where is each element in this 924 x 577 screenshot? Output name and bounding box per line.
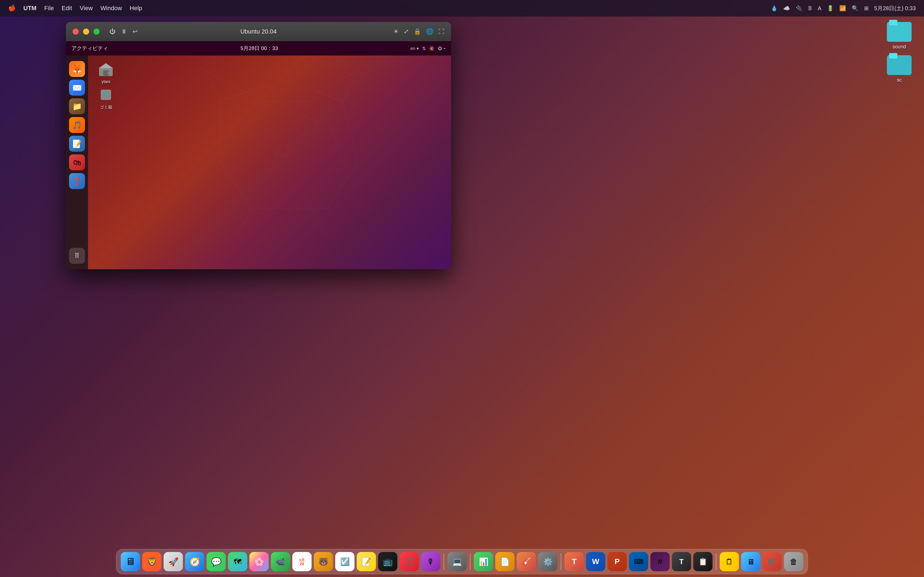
zoom-icon[interactable]: ⤢ bbox=[404, 28, 409, 35]
sidebar-item-help[interactable]: ❓ bbox=[69, 173, 85, 189]
dock-pages[interactable]: 📄 bbox=[495, 552, 515, 571]
ubuntu-icon-home[interactable]: ytani bbox=[94, 61, 118, 84]
dock-appletv[interactable]: 📺 bbox=[378, 552, 397, 571]
sidebar-item-writer[interactable]: 📝 bbox=[69, 136, 85, 152]
dock-quicknote[interactable]: 🗒 bbox=[720, 552, 739, 571]
power-icon[interactable]: ⏻ bbox=[110, 28, 115, 35]
desktop-icon-sc[interactable]: sc bbox=[883, 55, 916, 83]
menu-bar-right: 💧 ☁️ 🔌 𝔹 A 🔋 📶 🔍 ⊞ 5月28日(土) 0:33 bbox=[771, 5, 916, 12]
sidebar-item-appstore[interactable]: 🛍 bbox=[69, 155, 85, 170]
dock-system-settings[interactable]: ⚙️ bbox=[538, 552, 557, 571]
dock-typora[interactable]: T bbox=[565, 552, 584, 571]
dock-maps[interactable]: 🗺 bbox=[228, 552, 247, 571]
ubuntu-desktop-icons: ytani ♻ ゴミ箱 bbox=[88, 55, 124, 269]
dock-facetime[interactable]: 📹 bbox=[271, 552, 290, 571]
desktop-icons: sound sc bbox=[883, 22, 916, 83]
trash-icon: ♻ bbox=[98, 87, 114, 103]
dock-bear[interactable]: 🐻 bbox=[314, 552, 333, 571]
lock-icon[interactable]: 🔒 bbox=[414, 28, 421, 35]
dock-notes[interactable]: 📝 bbox=[357, 552, 376, 571]
dock-utm[interactable]: 💻 bbox=[447, 552, 467, 571]
battery-icon[interactable]: 🔋 bbox=[827, 5, 834, 11]
utm-titlebar: ⏻ ⏸ ↩ Ubuntu 20.04 ☀ ⤢ 🔒 🌐 ⛶ bbox=[66, 22, 451, 41]
fullscreen-icon[interactable]: ⛶ bbox=[438, 28, 444, 35]
restart-icon[interactable]: ↩ bbox=[132, 28, 137, 35]
dock-trash[interactable]: 🗑 bbox=[784, 552, 803, 571]
control-center-icon[interactable]: ⊞ bbox=[864, 5, 869, 11]
ubuntu-grid-button[interactable]: ⠿ bbox=[69, 248, 85, 264]
menu-help[interactable]: Help bbox=[130, 5, 142, 12]
dock-numbers[interactable]: 📊 bbox=[474, 552, 493, 571]
ubuntu-topbar: アクティビティ 5月28日 00：33 en ▾ ⇅ 🔇 ⏻ ▾ bbox=[66, 41, 451, 55]
icloud-icon[interactable]: ☁️ bbox=[783, 5, 790, 11]
ubuntu-activities-button[interactable]: アクティビティ bbox=[71, 45, 108, 52]
dock-separator-1 bbox=[444, 553, 444, 570]
menu-bar-time: 5月28日(土) 0:33 bbox=[874, 5, 916, 12]
dock-instruments[interactable]: 🎸 bbox=[517, 552, 536, 571]
apple-menu[interactable]: 🍎 bbox=[8, 5, 16, 12]
ubuntu-volume-icon[interactable]: 🔇 bbox=[429, 46, 435, 51]
usb-icon[interactable]: 🔌 bbox=[796, 5, 803, 11]
svg-line-12 bbox=[328, 116, 343, 163]
dropbox-icon[interactable]: 💧 bbox=[771, 5, 778, 11]
menu-window[interactable]: Window bbox=[100, 5, 122, 12]
titlebar-controls: ⏻ ⏸ ↩ bbox=[110, 28, 137, 35]
sidebar-item-mail[interactable]: ✉️ bbox=[69, 80, 85, 96]
svg-line-14 bbox=[312, 208, 328, 239]
dock-typora2[interactable]: T bbox=[672, 552, 691, 571]
maximize-button[interactable] bbox=[94, 29, 100, 35]
ubuntu-language-icon[interactable]: en ▾ bbox=[410, 46, 418, 51]
search-icon[interactable]: 🔍 bbox=[852, 5, 859, 11]
titlebar-right-icons: ☀ ⤢ 🔒 🌐 ⛶ bbox=[393, 28, 444, 35]
home-icon bbox=[98, 61, 114, 77]
brightness-icon[interactable]: ☀ bbox=[393, 28, 399, 35]
svg-marker-18 bbox=[99, 63, 113, 68]
ubuntu-icon-trash[interactable]: ♻ ゴミ箱 bbox=[94, 87, 118, 110]
sidebar-item-firefox[interactable]: 🦊 bbox=[69, 61, 85, 77]
dock-finder[interactable]: 🖥 bbox=[121, 552, 140, 571]
dock-word[interactable]: W bbox=[586, 552, 605, 571]
dock-reminders[interactable]: ☑️ bbox=[335, 552, 354, 571]
dock-brave[interactable]: 🦁 bbox=[142, 552, 162, 571]
dock-launchpad[interactable]: 🚀 bbox=[164, 552, 183, 571]
dock-desktop-stacks[interactable]: 🖥 bbox=[741, 552, 760, 571]
menu-edit[interactable]: Edit bbox=[61, 5, 72, 12]
ubuntu-network-icon[interactable]: ⇅ bbox=[422, 46, 426, 51]
dock-powerpoint[interactable]: P bbox=[607, 552, 627, 571]
sidebar-item-music[interactable]: 🎵 bbox=[69, 117, 85, 133]
menu-utm[interactable]: UTM bbox=[23, 5, 37, 12]
sc-folder-icon bbox=[887, 55, 912, 75]
dock-craft[interactable]: 📋 bbox=[693, 552, 712, 571]
menu-file[interactable]: File bbox=[44, 5, 54, 12]
sound-folder-icon bbox=[887, 22, 912, 42]
dock-safari[interactable]: 🧭 bbox=[185, 552, 204, 571]
dock-photos[interactable]: 🌸 bbox=[249, 552, 269, 571]
wifi-icon[interactable]: 📶 bbox=[839, 5, 846, 11]
ubuntu-clock: 5月28日 00：33 bbox=[241, 45, 278, 52]
ubuntu-sidebar-bottom: ⠿ bbox=[69, 248, 85, 264]
sidebar-item-files[interactable]: 📁 bbox=[69, 98, 85, 114]
svg-line-16 bbox=[282, 129, 358, 132]
svg-marker-3 bbox=[245, 116, 270, 135]
dock-slack[interactable]: # bbox=[650, 552, 670, 571]
dock-music[interactable]: 🎵 bbox=[400, 552, 419, 571]
dock-podcasts[interactable]: 🎙 bbox=[421, 552, 440, 571]
pause-icon[interactable]: ⏸ bbox=[121, 28, 127, 35]
sound-folder-label: sound bbox=[892, 44, 906, 50]
desktop-icon-sound[interactable]: sound bbox=[883, 22, 916, 50]
dock-calendar[interactable]: 5月 28 bbox=[292, 552, 312, 571]
ubuntu-content: アクティビティ 5月28日 00：33 en ▾ ⇅ 🔇 ⏻ ▾ bbox=[66, 41, 451, 269]
bluetooth-icon[interactable]: 𝔹 bbox=[808, 5, 812, 11]
network-icon[interactable]: 🌐 bbox=[426, 28, 433, 35]
trash-icon-label: ゴミ箱 bbox=[100, 105, 112, 110]
dock-messages[interactable]: 💬 bbox=[207, 552, 226, 571]
close-button[interactable] bbox=[73, 29, 79, 35]
svg-marker-4 bbox=[294, 116, 318, 135]
dock-vscode[interactable]: ⌨ bbox=[629, 552, 648, 571]
font-icon[interactable]: A bbox=[817, 5, 821, 11]
menu-view[interactable]: View bbox=[80, 5, 93, 12]
minimize-button[interactable] bbox=[83, 29, 89, 35]
dock-scrobbles[interactable]: 🎼 bbox=[762, 552, 782, 571]
calendar-day: 28 bbox=[300, 562, 304, 566]
ubuntu-power-icon[interactable]: ⏻ ▾ bbox=[438, 46, 446, 51]
